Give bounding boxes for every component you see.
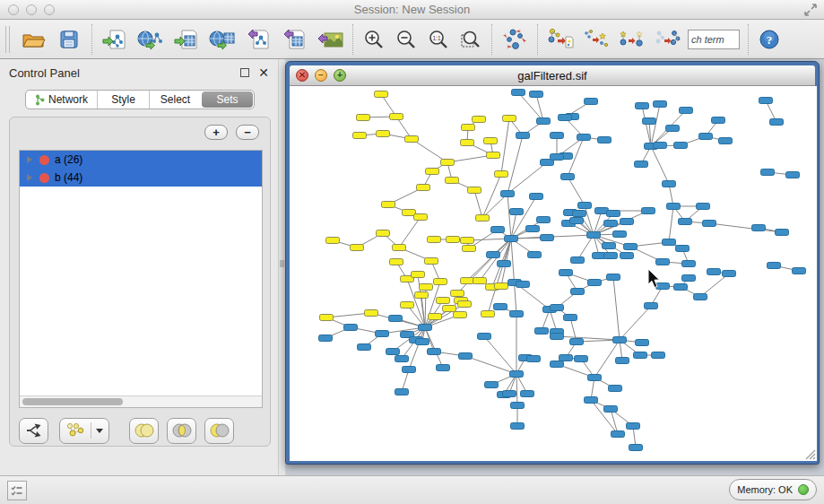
graph-node-yellow[interactable] [454, 312, 467, 318]
graph-node-blue[interactable] [667, 204, 681, 210]
frame-minimize-icon[interactable]: − [315, 69, 327, 82]
graph-node-blue[interactable] [516, 133, 530, 139]
graph-node-blue[interactable] [551, 133, 564, 139]
graph-node-yellow[interactable] [447, 237, 460, 243]
export-image-button[interactable] [312, 22, 348, 56]
graph-node-blue[interactable] [703, 221, 716, 227]
graph-node-yellow[interactable] [434, 279, 447, 285]
list-item-set-a[interactable]: a (26) [20, 151, 262, 169]
expander-icon[interactable] [27, 156, 32, 163]
graph-node-blue[interactable] [501, 191, 515, 197]
graph-node-blue[interactable] [510, 209, 524, 215]
graph-node-yellow[interactable] [377, 131, 390, 137]
graph-node-blue[interactable] [386, 349, 400, 355]
graph-node-yellow[interactable] [375, 91, 388, 98]
graph-node-blue[interactable] [666, 126, 680, 132]
graph-node-blue[interactable] [526, 226, 540, 232]
graph-node-blue[interactable] [768, 263, 781, 269]
graph-node-blue[interactable] [551, 361, 564, 368]
graph-node-yellow[interactable] [351, 245, 364, 251]
graph-node-yellow[interactable] [357, 115, 370, 121]
graph-node-yellow[interactable] [414, 214, 428, 221]
export-table-button[interactable] [276, 22, 312, 56]
graph-node-blue[interactable] [634, 352, 647, 359]
graph-node-yellow[interactable] [473, 117, 486, 123]
graph-node-blue[interactable] [723, 271, 736, 277]
graph-node-blue[interactable] [428, 349, 441, 355]
search-input[interactable] [688, 30, 740, 49]
splitter-grip-icon[interactable] [280, 260, 284, 267]
graph-node-blue[interactable] [588, 280, 602, 286]
network-graph[interactable] [290, 86, 817, 461]
import-table-file-button[interactable] [169, 22, 204, 56]
graph-node-blue[interactable] [570, 339, 584, 345]
graph-node-blue[interactable] [761, 169, 775, 176]
graph-node-blue[interactable] [611, 431, 625, 438]
graph-node-blue[interactable] [620, 219, 634, 225]
graph-node-blue[interactable] [699, 134, 713, 140]
network-window-titlebar[interactable]: ✕ − + galFiltered.sif [290, 65, 815, 86]
float-panel-icon[interactable] [240, 68, 249, 77]
graph-node-yellow[interactable] [446, 178, 459, 184]
graph-node-blue[interactable] [604, 406, 618, 413]
graph-node-blue[interactable] [395, 389, 409, 395]
close-panel-icon[interactable]: ✕ [258, 68, 269, 77]
graph-node-blue[interactable] [697, 204, 710, 210]
zoom-out-button[interactable] [390, 22, 422, 56]
graph-node-blue[interactable] [573, 211, 586, 217]
graph-node-blue[interactable] [776, 230, 789, 236]
graph-node-yellow[interactable] [393, 245, 406, 251]
graph-node-blue[interactable] [494, 304, 507, 310]
dropdown-arrow-icon[interactable] [96, 429, 103, 433]
graph-node-blue[interactable] [620, 253, 634, 259]
help-button[interactable]: ? [753, 22, 785, 56]
graph-node-blue[interactable] [652, 352, 665, 359]
graph-node-blue[interactable] [629, 445, 643, 451]
graph-node-blue[interactable] [679, 219, 692, 225]
graph-node-yellow[interactable] [495, 283, 508, 290]
graph-node-blue[interactable] [376, 331, 389, 337]
graph-node-yellow[interactable] [377, 230, 390, 237]
graph-node-blue[interactable] [527, 356, 541, 362]
open-session-button[interactable] [15, 22, 51, 56]
graph-node-blue[interactable] [682, 261, 696, 267]
graph-node-yellow[interactable] [415, 292, 429, 299]
graph-node-blue[interactable] [551, 334, 564, 340]
save-session-button[interactable] [51, 22, 87, 56]
graph-node-blue[interactable] [487, 252, 500, 258]
graph-node-yellow[interactable] [503, 116, 516, 122]
graph-node-yellow[interactable] [437, 298, 450, 304]
graph-node-blue[interactable] [643, 118, 656, 125]
graph-node-yellow[interactable] [461, 238, 474, 244]
graph-node-blue[interactable] [551, 305, 564, 311]
graph-node-blue[interactable] [613, 231, 627, 238]
graph-node-blue[interactable] [561, 174, 575, 180]
graph-node-blue[interactable] [571, 257, 585, 264]
tab-network[interactable]: Network [26, 91, 97, 109]
graph-node-blue[interactable] [498, 261, 511, 267]
graph-node-blue[interactable] [636, 340, 649, 346]
frame-close-icon[interactable]: ✕ [296, 69, 308, 82]
graph-node-blue[interactable] [663, 181, 676, 187]
toolbar-drag-handle[interactable] [5, 26, 10, 53]
graph-node-blue[interactable] [598, 137, 611, 143]
graph-node-yellow[interactable] [390, 259, 403, 265]
graph-node-yellow[interactable] [320, 315, 334, 321]
graph-node-blue[interactable] [609, 386, 622, 392]
graph-node-blue[interactable] [530, 91, 543, 98]
graph-node-blue[interactable] [603, 243, 616, 249]
graph-node-blue[interactable] [674, 284, 688, 291]
graph-node-blue[interactable] [624, 244, 638, 250]
network-canvas[interactable] [290, 86, 817, 461]
graph-node-blue[interactable] [587, 232, 601, 239]
graph-node-yellow[interactable] [426, 169, 439, 175]
graph-node-blue[interactable] [437, 365, 450, 371]
union-button[interactable] [129, 418, 159, 444]
zoom-in-button[interactable] [358, 22, 390, 56]
import-network-web-button[interactable] [133, 22, 169, 56]
tab-style[interactable]: Style [97, 91, 149, 109]
hide-selection-button[interactable] [650, 22, 686, 56]
graph-node-blue[interactable] [485, 382, 499, 388]
new-network-selected-edges-button[interactable] [578, 22, 614, 56]
graph-node-yellow[interactable] [353, 133, 367, 139]
